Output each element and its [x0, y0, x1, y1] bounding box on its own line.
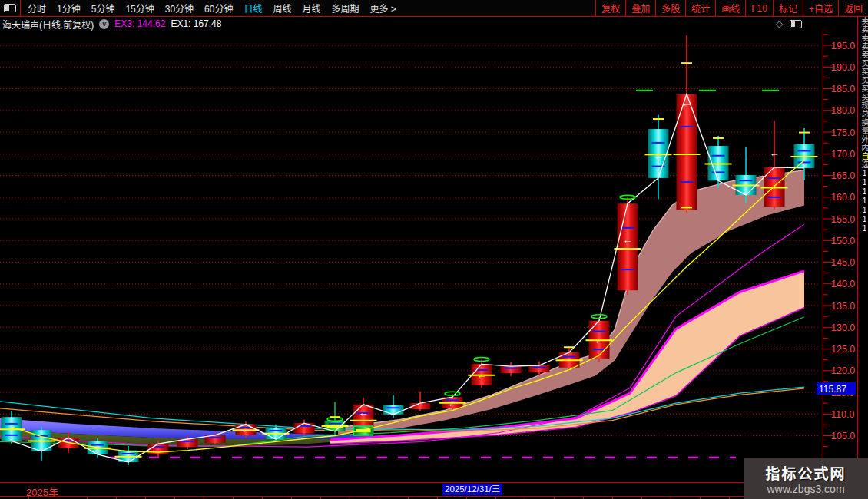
- svg-text:125.0: 125.0: [831, 344, 855, 355]
- price-axis: 195.0190.0185.0180.0175.0170.0165.0160.0…: [817, 31, 856, 482]
- arrow-left-marker: ←: [682, 97, 692, 109]
- arrow-left-marker: ←: [595, 335, 605, 346]
- menu-daily[interactable]: 日线: [244, 2, 262, 15]
- svg-text:120.0: 120.0: [831, 365, 855, 376]
- svg-text:170.0: 170.0: [831, 149, 855, 160]
- ex1-value: EX1: 167.48: [171, 18, 221, 29]
- period-menu: 分时 1分钟 5分钟 15分钟 30分钟 60分钟 日线 周线 月线 多周期 更…: [21, 0, 396, 16]
- svg-text:185.0: 185.0: [831, 84, 855, 94]
- svg-text:175.0: 175.0: [831, 127, 855, 138]
- svg-text:155.0: 155.0: [831, 214, 855, 225]
- candlestick-chart-canvas[interactable]: 195.0190.0185.0180.0175.0170.0165.0160.0…: [0, 31, 868, 482]
- header-right-icons: ◇: [776, 18, 802, 29]
- svg-text:105.0: 105.0: [831, 431, 855, 441]
- menu-5min[interactable]: 5分钟: [91, 2, 115, 15]
- svg-text:110.0: 110.0: [831, 409, 854, 420]
- menu-60min[interactable]: 60分钟: [204, 2, 233, 15]
- arrow-left-marker: ←: [359, 407, 369, 418]
- symbol-title: 海天瑞声(日线.前复权): [2, 18, 94, 31]
- time-axis[interactable]: 2025年 2025/12/31/三: [0, 482, 868, 497]
- right-quote-sidebar[interactable]: 卖卖卖卖卖买买买买买现总换量外内自选1111111: [857, 17, 868, 499]
- back-button[interactable]: 返回: [838, 0, 868, 16]
- svg-text:190.0: 190.0: [831, 62, 855, 73]
- menu-1min[interactable]: 1分钟: [57, 2, 81, 15]
- stock-app-window: 分时 1分钟 5分钟 15分钟 30分钟 60分钟 日线 周线 月线 多周期 更…: [0, 0, 868, 499]
- chart-header: 海天瑞声(日线.前复权) v EX3: 144.62 EX1: 167.48: [0, 18, 768, 30]
- green-oval-marker: [445, 392, 460, 395]
- arrow-left-marker: ←: [241, 424, 251, 435]
- arrow-left-marker: ←: [448, 398, 458, 409]
- watermark-url: www.zbgs3.com: [767, 483, 844, 495]
- svg-text:195.0: 195.0: [831, 41, 855, 51]
- layout-button[interactable]: [0, 0, 21, 16]
- diamond-icon[interactable]: ◇: [776, 18, 783, 29]
- arrow-left-marker: ←: [800, 157, 810, 168]
- svg-text:150.0: 150.0: [831, 236, 855, 246]
- clipped-prices: 1111111: [860, 169, 868, 233]
- green-oval-marker: [474, 358, 489, 362]
- adjust-price-button[interactable]: 复权: [595, 0, 625, 16]
- svg-text:130.0: 130.0: [831, 322, 855, 333]
- svg-text:140.0: 140.0: [831, 279, 855, 289]
- candle-body: [618, 203, 638, 290]
- mark-button[interactable]: 标记: [773, 0, 803, 16]
- watermark: 指标公式网 www.zbgs3.com: [744, 458, 868, 499]
- menu-multiperiod[interactable]: 多周期: [332, 2, 359, 15]
- arrow-left-marker: ←: [623, 234, 633, 246]
- toolbar-buttons: 复权 叠加 多股 统计 画线 F10 标记 +自选 返回: [595, 0, 868, 16]
- svg-text:180.0: 180.0: [831, 105, 855, 116]
- overlay-button[interactable]: 叠加: [625, 0, 655, 16]
- menu-15min[interactable]: 15分钟: [125, 2, 154, 15]
- window-icon[interactable]: [790, 20, 802, 28]
- menu-monthly[interactable]: 月线: [303, 2, 321, 15]
- favorite-label: 自: [860, 152, 868, 160]
- green-oval-marker: [591, 315, 607, 319]
- candle-body: [501, 366, 522, 373]
- svg-text:160.0: 160.0: [831, 192, 855, 203]
- arrow-left-marker: ←: [477, 369, 487, 381]
- candle-body: [148, 444, 169, 454]
- ex3-value: EX3: 144.62: [114, 18, 165, 29]
- multi-stock-button[interactable]: 多股: [655, 0, 685, 16]
- current-price-label: 115.87: [819, 384, 846, 395]
- topbar-spacer: [396, 0, 595, 16]
- chevron-down-icon[interactable]: v: [99, 19, 109, 29]
- menu-weekly[interactable]: 周线: [273, 2, 291, 15]
- signal-markers: ←←←←←←←←←←: [241, 63, 810, 435]
- add-favorite-button[interactable]: +自选: [803, 0, 838, 16]
- svg-text:165.0: 165.0: [831, 170, 855, 181]
- sidebar-clipped-text: 卖卖卖卖卖买买买买买现总换量外内自选1111111: [859, 17, 868, 233]
- draw-line-button[interactable]: 画线: [715, 0, 745, 16]
- svg-text:145.0: 145.0: [831, 257, 855, 268]
- f10-button[interactable]: F10: [745, 0, 773, 16]
- candle-body: [529, 365, 550, 372]
- menu-fenshi[interactable]: 分时: [28, 2, 46, 15]
- menu-more[interactable]: 更多 >: [370, 2, 396, 15]
- arrow-left-marker: ←: [770, 147, 780, 159]
- selected-date-label: 2025/12/31/三: [442, 484, 502, 495]
- split-pane-icon: [4, 4, 16, 12]
- top-menu-bar: 分时 1分钟 5分钟 15分钟 30分钟 60分钟 日线 周线 月线 多周期 更…: [0, 0, 868, 17]
- menu-30min[interactable]: 30分钟: [165, 2, 194, 15]
- watermark-title: 指标公式网: [765, 462, 846, 483]
- svg-text:135.0: 135.0: [831, 301, 855, 312]
- statistics-button[interactable]: 统计: [685, 0, 715, 16]
- arrow-left-marker: ←: [654, 150, 664, 162]
- candle-body: [677, 94, 697, 210]
- candle-body: [383, 405, 404, 415]
